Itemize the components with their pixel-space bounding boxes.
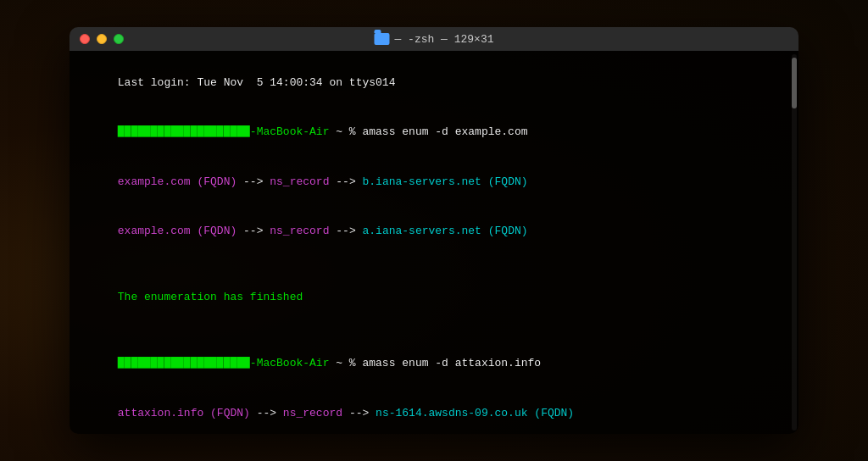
- scrollbar-thumb[interactable]: [792, 58, 797, 108]
- window-title: — -zsh — 129×31: [394, 33, 493, 46]
- line-result-1: example.com (FQDN) --> ns_record --> b.i…: [78, 157, 790, 207]
- line-result-3: attaxion.info (FQDN) --> ns_record --> n…: [78, 388, 790, 434]
- titlebar: — -zsh — 129×31: [70, 27, 798, 51]
- minimize-button[interactable]: [97, 34, 107, 44]
- line-blank-2: [78, 322, 790, 339]
- terminal-body[interactable]: Last login: Tue Nov 5 14:00:34 on ttys01…: [70, 51, 798, 434]
- folder-icon: [374, 33, 389, 45]
- line-prompt-1: ████████████████████-MacBook-Air ~ % ama…: [78, 108, 790, 158]
- close-button[interactable]: [80, 34, 90, 44]
- line-prompt-2: ████████████████████-MacBook-Air ~ % ama…: [78, 339, 790, 389]
- scrollbar-track[interactable]: [792, 54, 797, 430]
- line-last-login: Last login: Tue Nov 5 14:00:34 on ttys01…: [78, 58, 790, 108]
- traffic-lights: [80, 34, 124, 44]
- line-blank-1: [78, 256, 790, 273]
- line-status-1: The enumeration has finished: [78, 273, 790, 323]
- line-result-2: example.com (FQDN) --> ns_record --> a.i…: [78, 207, 790, 257]
- maximize-button[interactable]: [114, 34, 124, 44]
- titlebar-center: — -zsh — 129×31: [374, 33, 493, 46]
- terminal-window: — -zsh — 129×31 Last login: Tue Nov 5 14…: [70, 27, 798, 434]
